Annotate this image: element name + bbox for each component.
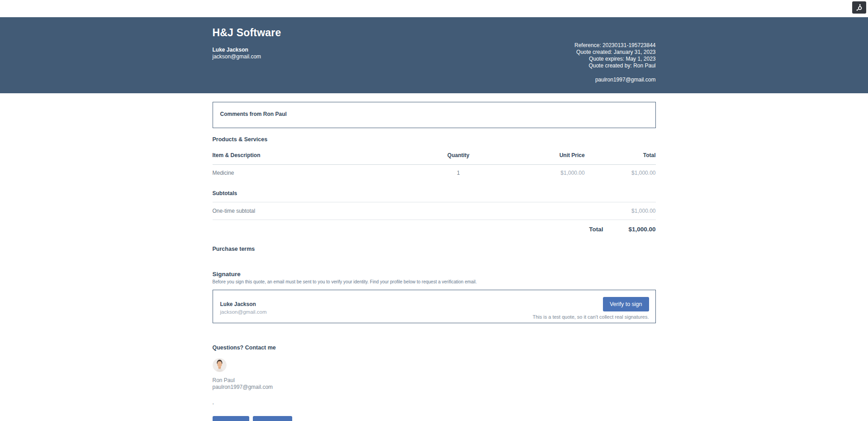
creator-email: paulron1997@gmail.com <box>574 77 655 83</box>
column-unit-price: Unit Price <box>474 152 585 158</box>
action-buttons: Download Print quote <box>213 416 656 421</box>
contact-title: Questions? Contact me <box>213 344 656 351</box>
total-row: Total $1,000.00 <box>213 220 656 233</box>
quote-body: Comments from Ron Paul Products & Servic… <box>213 102 656 421</box>
top-bar <box>0 0 868 17</box>
row-total: $1,000.00 <box>585 170 656 176</box>
print-quote-button[interactable]: Print quote <box>253 416 292 421</box>
company-title: H&J Software <box>213 27 656 39</box>
signature-box: Luke Jackson jackson@gmail.com Verify to… <box>213 290 656 323</box>
subtotal-row: One-time subtotal $1,000.00 <box>213 202 656 220</box>
column-item-description: Item & Description <box>213 152 443 158</box>
quote-expires: Quote expires: May 1, 2023 <box>574 56 655 62</box>
products-services-title: Products & Services <box>213 136 656 143</box>
quote-meta: Reference: 20230131-195723844 Quote crea… <box>574 42 655 83</box>
test-quote-note: This is a test quote, so it can't collec… <box>532 314 649 320</box>
comments-title: Comments from Ron Paul <box>220 111 648 117</box>
quote-created-by: Quote created by: Ron Paul <box>574 62 655 69</box>
column-quantity: Quantity <box>443 152 474 158</box>
comments-box: Comments from Ron Paul <box>213 102 656 128</box>
column-total: Total <box>585 152 656 158</box>
purchase-terms-title: Purchase terms <box>213 246 656 252</box>
row-item-name: Medicine <box>213 170 443 176</box>
subtotal-label: One-time subtotal <box>213 208 256 214</box>
contact-email: paulron1997@gmail.com <box>213 384 656 391</box>
quote-header: H&J Software Luke Jackson jackson@gmail.… <box>0 17 868 93</box>
contact-name: Ron Paul <box>213 377 656 384</box>
signer-email: jackson@gmail.com <box>220 309 267 316</box>
avatar <box>213 358 227 372</box>
signer-name: Luke Jackson <box>220 301 267 308</box>
row-unit-price: $1,000.00 <box>474 170 585 176</box>
subtotals-label: Subtotals <box>213 184 656 202</box>
table-row: Medicine 1 $1,000.00 $1,000.00 <box>213 165 656 184</box>
lone-period: . <box>213 399 656 406</box>
total-label: Total <box>589 226 603 233</box>
signature-subtitle: Before you sign this quote, an email mus… <box>213 279 656 284</box>
quote-reference: Reference: 20230131-195723844 <box>574 42 655 49</box>
download-button[interactable]: Download <box>213 416 250 421</box>
row-quantity: 1 <box>443 170 474 176</box>
subtotal-amount: $1,000.00 <box>631 208 655 214</box>
products-table-header: Item & Description Quantity Unit Price T… <box>213 143 656 165</box>
verify-to-sign-button[interactable]: Verify to sign <box>603 297 649 311</box>
hubspot-sprocket-icon <box>855 4 863 11</box>
hubspot-button[interactable] <box>852 1 866 14</box>
quote-created: Quote created: January 31, 2023 <box>574 49 655 56</box>
signature-title: Signature <box>213 271 656 277</box>
total-amount: $1,000.00 <box>628 226 655 233</box>
